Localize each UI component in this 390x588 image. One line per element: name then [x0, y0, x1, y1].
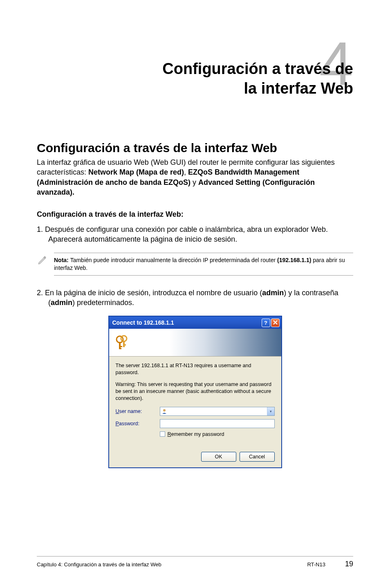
pencil-note-icon [37, 255, 47, 267]
step-2-pre: En la página de inicio de sesión, introd… [45, 289, 262, 297]
user-avatar-icon [160, 407, 168, 415]
close-button[interactable] [271, 319, 280, 327]
close-icon [273, 320, 278, 326]
section-heading: Configuración a través de la interfaz We… [37, 141, 353, 155]
dialog-body: The server 192.168.1.1 at RT-N13 require… [109, 357, 281, 451]
sub-heading: Configuración a través de la interfaz We… [37, 210, 353, 219]
remember-checkbox[interactable] [160, 431, 165, 437]
step-1-number: 1. [37, 225, 45, 233]
username-combobox[interactable]: ▾ [160, 407, 275, 416]
chapter-title: Configuración a través de la interfaz We… [37, 59, 353, 98]
footer-model: RT-N13 [307, 561, 325, 568]
note-label: Nota: [54, 257, 70, 263]
svg-point-6 [121, 336, 127, 341]
dialog-message-2: Warning: This server is requesting that … [116, 381, 275, 402]
password-label: Password: [116, 421, 160, 426]
note-divider-bottom [54, 275, 353, 276]
password-input[interactable] [160, 419, 275, 428]
login-dialog: Connect to 192.168.1.1 ? [108, 316, 282, 468]
note-box: Nota: También puede introducir manualmen… [54, 253, 353, 276]
svg-rect-5 [119, 348, 121, 349]
titlebar-buttons: ? [262, 319, 280, 327]
step-2-bold-2: admin [51, 298, 72, 307]
chapter-title-line1: Configuración a través de [162, 60, 353, 77]
note-content: Nota: También puede introducir manualmen… [54, 255, 353, 274]
step-2-post: ) predeterminados. [72, 298, 134, 307]
svg-point-9 [163, 409, 166, 411]
intro-bold-1: Network Map (Mapa de red) [88, 168, 184, 176]
chevron-down-icon: ▾ [270, 409, 272, 413]
step-2: 2. En la página de inicio de sesión, int… [37, 288, 353, 308]
svg-rect-7 [123, 341, 125, 347]
dialog-footer: OK Cancel [109, 452, 281, 467]
footer-page-number: 19 [345, 560, 353, 568]
note-ip: (192.168.1.1) [277, 257, 311, 263]
intro-sep-2: y [191, 178, 198, 186]
username-label: User name: [116, 408, 160, 414]
remember-row: Remember my password [160, 431, 275, 437]
dialog-title: Connect to 192.168.1.1 [112, 319, 174, 326]
footer-chapter-label: Capítulo 4: Configuración a través de la… [37, 561, 161, 568]
login-dialog-wrapper: Connect to 192.168.1.1 ? [37, 316, 353, 468]
keys-icon [114, 334, 132, 352]
remember-label-rest: emember my password [171, 431, 224, 437]
step-1: 1. Después de configurar una conexión po… [37, 224, 353, 245]
username-label-rest: ser name: [119, 408, 142, 414]
chapter-title-line2: la interfaz Web [244, 80, 353, 97]
svg-rect-8 [123, 344, 126, 346]
cancel-button[interactable]: Cancel [240, 452, 275, 462]
username-row: User name: ▾ [116, 407, 275, 416]
svg-rect-4 [119, 346, 122, 347]
dialog-message-1: The server 192.168.1.1 at RT-N13 require… [116, 362, 275, 376]
step-1-text: Después de configurar una conexión por c… [45, 225, 328, 243]
note-text-a: También puede introducir manualmente la … [70, 257, 277, 263]
username-field[interactable] [168, 407, 267, 415]
ok-button[interactable]: OK [201, 452, 236, 462]
combobox-arrow[interactable]: ▾ [267, 407, 274, 415]
intro-paragraph: La interfaz gráfica de usuario Web (Web … [37, 157, 353, 197]
password-accel: P [116, 421, 119, 426]
dialog-titlebar[interactable]: Connect to 192.168.1.1 ? [109, 316, 281, 329]
intro-sep-1: , [184, 168, 188, 176]
help-button[interactable]: ? [262, 319, 270, 327]
note-divider-top [54, 253, 353, 253]
username-accel: U [116, 408, 119, 414]
remember-accel: R [168, 431, 171, 437]
remember-label: Remember my password [168, 431, 224, 437]
step-2-bold-1: admin [262, 289, 284, 297]
step-2-number: 2. [37, 289, 45, 297]
password-label-rest: assword: [119, 421, 139, 426]
page-footer: Capítulo 4: Configuración a través de la… [37, 556, 353, 568]
password-row: Password: [116, 419, 275, 428]
dialog-header-banner [109, 329, 281, 357]
